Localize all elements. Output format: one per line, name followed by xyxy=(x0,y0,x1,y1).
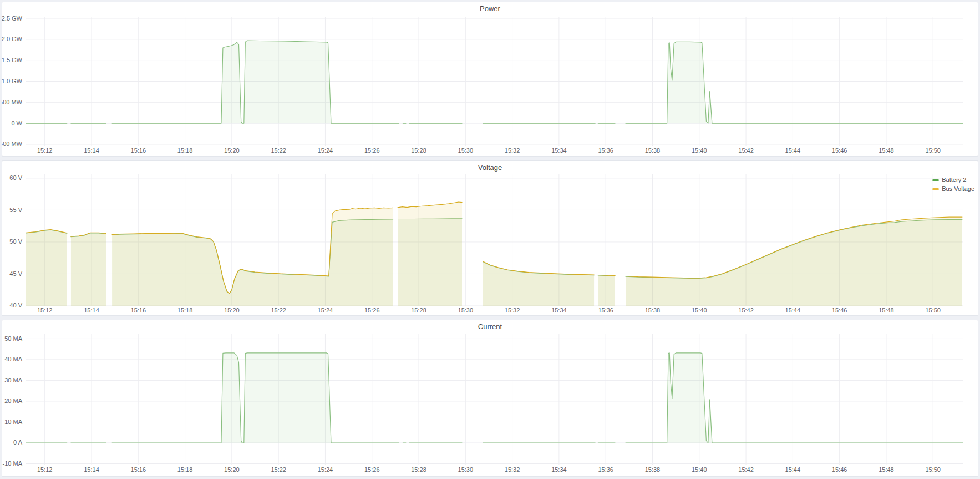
x-tick-label: 15:48 xyxy=(879,466,894,473)
legend-item-battery-2[interactable]: Battery 2 xyxy=(932,177,974,184)
x-tick-label: 15:12 xyxy=(37,466,53,473)
legend-item-bus-voltage[interactable]: Bus Voltage xyxy=(932,185,974,193)
x-tick-label: 15:32 xyxy=(505,466,520,473)
series-area-current xyxy=(112,353,399,443)
x-tick-label: 15:30 xyxy=(458,147,474,154)
current-plot-svg[interactable]: 50 MA40 MA30 MA20 MA10 MA0 A-10 MA15:121… xyxy=(2,332,978,477)
x-tick-label: 15:12 xyxy=(37,147,53,154)
power-plot-svg[interactable]: 2.5 GW2.0 GW1.5 GW1.0 GW500 MW0 W-500 MW… xyxy=(2,14,978,157)
x-tick-label: 15:24 xyxy=(318,466,333,473)
x-tick-label: 15:18 xyxy=(177,307,193,314)
series-line-bus-voltage xyxy=(598,275,615,276)
legend-label-battery-2: Battery 2 xyxy=(942,177,966,184)
x-tick-label: 15:46 xyxy=(832,307,847,314)
y-tick-label: 40 MA xyxy=(4,356,22,362)
x-tick-label: 15:24 xyxy=(318,307,333,314)
x-tick-label: 15:16 xyxy=(131,147,146,154)
x-tick-label: 15:44 xyxy=(785,466,801,473)
x-tick-label: 15:38 xyxy=(645,307,661,314)
panel-title-current[interactable]: Current xyxy=(478,322,502,331)
x-tick-label: 15:20 xyxy=(224,307,240,314)
x-tick-label: 15:14 xyxy=(84,307,99,314)
x-tick-label: 15:22 xyxy=(271,307,286,314)
y-tick-label: 500 MW xyxy=(2,99,23,105)
x-tick-label: 15:28 xyxy=(411,307,426,314)
x-tick-label: 15:42 xyxy=(738,307,754,314)
x-tick-label: 15:34 xyxy=(551,307,567,314)
bus-voltage-series-color-icon xyxy=(932,188,939,190)
y-tick-label: 10 MA xyxy=(4,419,22,425)
x-tick-label: 15:18 xyxy=(177,147,193,154)
y-tick-label: 0 W xyxy=(11,120,22,127)
y-tick-label: 1.0 GW xyxy=(2,78,23,84)
x-tick-label: 15:50 xyxy=(925,147,941,154)
x-tick-label: 15:16 xyxy=(131,466,146,473)
series-area-power xyxy=(112,41,399,123)
panel-voltage: Voltage 60 V55 V50 V45 V40 V15:1215:1415… xyxy=(2,160,978,316)
x-tick-label: 15:24 xyxy=(318,147,333,154)
panel-header-current: Current xyxy=(2,320,978,332)
panel-header-power: Power xyxy=(2,2,978,14)
x-tick-label: 15:34 xyxy=(551,466,567,473)
series-area-current xyxy=(626,353,963,443)
y-tick-label: 50 MA xyxy=(4,335,22,342)
y-tick-label: 45 V xyxy=(9,270,22,277)
x-tick-label: 15:40 xyxy=(692,147,707,154)
y-tick-label: 2.0 GW xyxy=(2,36,23,42)
x-tick-label: 15:40 xyxy=(692,307,707,314)
y-tick-label: 55 V xyxy=(9,206,22,213)
x-tick-label: 15:48 xyxy=(879,307,894,314)
y-tick-label: 60 V xyxy=(9,174,22,181)
x-tick-label: 15:38 xyxy=(645,466,661,473)
x-tick-label: 15:14 xyxy=(84,147,99,154)
x-tick-label: 15:28 xyxy=(411,466,426,473)
current-chart[interactable]: 50 MA40 MA30 MA20 MA10 MA0 A-10 MA15:121… xyxy=(2,332,978,477)
panel-current: Current 50 MA40 MA30 MA20 MA10 MA0 A-10 … xyxy=(2,320,978,477)
voltage-chart[interactable]: 60 V55 V50 V45 V40 V15:1215:1415:1615:18… xyxy=(2,173,978,316)
panel-header-voltage: Voltage xyxy=(2,161,978,173)
x-tick-label: 15:20 xyxy=(224,147,240,154)
x-tick-label: 15:28 xyxy=(411,147,426,154)
x-tick-label: 15:42 xyxy=(738,147,754,154)
x-tick-label: 15:30 xyxy=(458,307,474,314)
x-tick-label: 15:46 xyxy=(832,466,847,473)
panel-title-voltage[interactable]: Voltage xyxy=(478,163,502,172)
x-tick-label: 15:36 xyxy=(598,466,613,473)
x-tick-label: 15:36 xyxy=(598,147,613,154)
x-tick-label: 15:36 xyxy=(598,307,613,314)
x-tick-label: 15:18 xyxy=(177,466,193,473)
x-tick-label: 15:26 xyxy=(364,466,380,473)
x-tick-label: 15:42 xyxy=(738,466,754,473)
x-tick-label: 15:44 xyxy=(785,147,801,154)
panel-title-power[interactable]: Power xyxy=(480,4,500,13)
voltage-plot-svg[interactable]: 60 V55 V50 V45 V40 V15:1215:1415:1615:18… xyxy=(2,173,978,316)
x-tick-label: 15:26 xyxy=(364,147,380,154)
x-tick-label: 15:12 xyxy=(37,307,53,314)
y-tick-label: 1.5 GW xyxy=(2,57,23,63)
y-tick-label: 30 MA xyxy=(4,377,22,384)
y-tick-label: 50 V xyxy=(9,238,22,245)
y-tick-label: 20 MA xyxy=(4,397,22,404)
y-tick-label: 2.5 GW xyxy=(2,15,23,22)
series-area-bus-voltage xyxy=(26,230,67,307)
x-tick-label: 15:16 xyxy=(131,307,146,314)
x-tick-label: 15:46 xyxy=(832,147,847,154)
x-tick-label: 15:22 xyxy=(271,466,286,473)
y-tick-label: -500 MW xyxy=(2,140,23,147)
x-tick-label: 15:22 xyxy=(271,147,286,154)
series-area-bus-voltage xyxy=(626,217,962,306)
x-tick-label: 15:14 xyxy=(84,466,99,473)
panel-power: Power 2.5 GW2.0 GW1.5 GW1.0 GW500 MW0 W-… xyxy=(2,2,978,157)
y-tick-label: 40 V xyxy=(9,302,22,309)
x-tick-label: 15:48 xyxy=(879,147,894,154)
power-chart[interactable]: 2.5 GW2.0 GW1.5 GW1.0 GW500 MW0 W-500 MW… xyxy=(2,14,978,157)
x-tick-label: 15:32 xyxy=(505,307,520,314)
x-tick-label: 15:50 xyxy=(925,307,941,314)
x-tick-label: 15:50 xyxy=(925,466,941,473)
x-tick-label: 15:40 xyxy=(692,466,707,473)
x-tick-label: 15:30 xyxy=(458,466,474,473)
x-tick-label: 15:44 xyxy=(785,307,801,314)
series-area-bus-voltage xyxy=(112,208,393,306)
series-area-bus-voltage xyxy=(598,275,615,307)
x-tick-label: 15:20 xyxy=(224,466,240,473)
